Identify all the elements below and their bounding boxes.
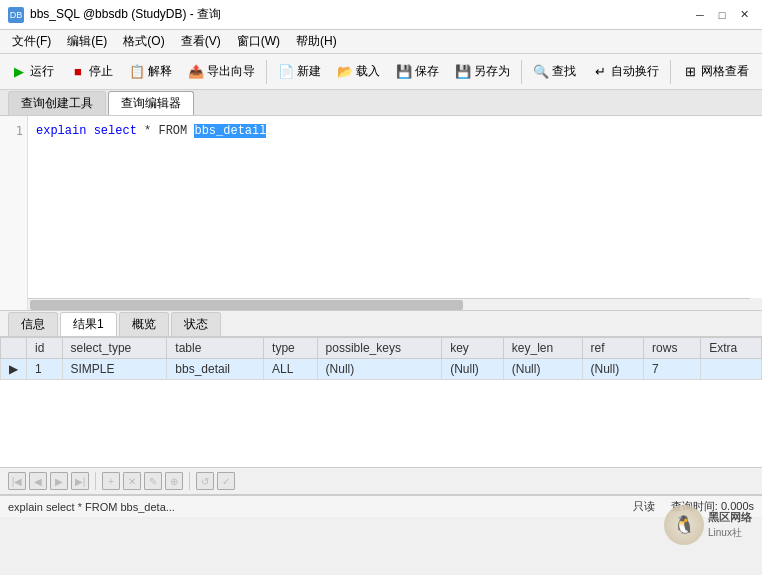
nav-delete-button[interactable]: ✕ — [123, 472, 141, 490]
app-icon: DB — [8, 7, 24, 23]
line-numbers: 1 — [0, 116, 28, 310]
toolbar-separator-1 — [266, 60, 267, 84]
scrollbar-corner — [750, 298, 762, 310]
menu-edit[interactable]: 编辑(E) — [59, 30, 115, 54]
table-row[interactable]: ▶ 1 SIMPLE bbs_detail ALL (Null) (Null) … — [1, 359, 762, 380]
menu-window[interactable]: 窗口(W) — [229, 30, 288, 54]
menubar: 文件(F) 编辑(E) 格式(O) 查看(V) 窗口(W) 帮助(H) — [0, 30, 762, 54]
tab-status[interactable]: 状态 — [171, 312, 221, 336]
new-icon: 📄 — [278, 64, 294, 80]
autowrap-icon: ↵ — [592, 64, 608, 80]
save-button[interactable]: 💾 保存 — [389, 58, 446, 86]
col-indicator — [1, 338, 27, 359]
mode-label: 只读 — [633, 499, 655, 514]
menu-view[interactable]: 查看(V) — [173, 30, 229, 54]
tab-overview[interactable]: 概览 — [119, 312, 169, 336]
find-icon: 🔍 — [533, 64, 549, 80]
nav-prev-button[interactable]: ◀ — [29, 472, 47, 490]
autowrap-button[interactable]: ↵ 自动换行 — [585, 58, 666, 86]
col-key-len[interactable]: key_len — [503, 338, 582, 359]
load-button[interactable]: 📂 载入 — [330, 58, 387, 86]
run-button[interactable]: ▶ 运行 — [4, 58, 61, 86]
saveas-icon: 💾 — [455, 64, 471, 80]
toolbar-separator-3 — [670, 60, 671, 84]
row-indicator: ▶ — [1, 359, 27, 380]
new-button[interactable]: 📄 新建 — [271, 58, 328, 86]
sql-content[interactable]: explain select * FROM bbs_detail — [28, 116, 762, 310]
menu-file[interactable]: 文件(F) — [4, 30, 59, 54]
query-time: 查询时间: 0.000s — [671, 499, 754, 514]
grid-icon: ⊞ — [682, 64, 698, 80]
cell-key: (Null) — [442, 359, 504, 380]
col-rows[interactable]: rows — [644, 338, 701, 359]
nav-separator-1 — [95, 472, 96, 490]
tab-query-builder[interactable]: 查询创建工具 — [8, 91, 106, 115]
cell-id: 1 — [27, 359, 63, 380]
nav-bar: |◀ ◀ ▶ ▶| + ✕ ✎ ⊕ ↺ ✓ — [0, 467, 762, 495]
editor-tabs: 查询创建工具 查询编辑器 — [0, 90, 762, 116]
col-extra[interactable]: Extra — [701, 338, 762, 359]
minimize-button[interactable]: ─ — [690, 6, 710, 24]
cell-extra — [701, 359, 762, 380]
cell-select-type: SIMPLE — [62, 359, 167, 380]
sql-selected-text: bbs_detail — [194, 124, 266, 138]
nav-dupe-button[interactable]: ⊕ — [165, 472, 183, 490]
nav-last-button[interactable]: ▶| — [71, 472, 89, 490]
scrollbar-thumb[interactable] — [30, 300, 463, 310]
load-icon: 📂 — [337, 64, 353, 80]
horizontal-scrollbar[interactable] — [28, 298, 750, 310]
col-id[interactable]: id — [27, 338, 63, 359]
menu-help[interactable]: 帮助(H) — [288, 30, 345, 54]
save-icon: 💾 — [396, 64, 412, 80]
sql-keyword-select: select — [94, 124, 137, 138]
grid-view-button[interactable]: ⊞ 网格查看 — [675, 58, 756, 86]
cell-rows: 7 — [644, 359, 701, 380]
statusbar: explain select * FROM bbs_deta... 只读 查询时… — [0, 495, 762, 517]
col-possible-keys[interactable]: possible_keys — [317, 338, 442, 359]
window-title: bbs_SQL @bbsdb (StudyDB) - 查询 — [30, 6, 221, 23]
export-icon: 📤 — [188, 64, 204, 80]
tab-result1[interactable]: 结果1 — [60, 312, 117, 336]
tab-query-editor[interactable]: 查询编辑器 — [108, 91, 194, 115]
nav-ok-button[interactable]: ✓ — [217, 472, 235, 490]
sql-keyword-explain: explain — [36, 124, 86, 138]
toolbar: ▶ 运行 ■ 停止 📋 解释 📤 导出向导 📄 新建 📂 载入 💾 保存 💾 另… — [0, 54, 762, 90]
stop-icon: ■ — [70, 64, 86, 80]
titlebar: DB bbs_SQL @bbsdb (StudyDB) - 查询 ─ □ ✕ — [0, 0, 762, 30]
export-wizard-button[interactable]: 📤 导出向导 — [181, 58, 262, 86]
saveas-button[interactable]: 💾 另存为 — [448, 58, 517, 86]
col-select-type[interactable]: select_type — [62, 338, 167, 359]
result-tabs: 信息 结果1 概览 状态 — [0, 311, 762, 337]
nav-separator-2 — [189, 472, 190, 490]
results-table: id select_type table type possible_keys … — [0, 337, 762, 380]
close-button[interactable]: ✕ — [734, 6, 754, 24]
nav-first-button[interactable]: |◀ — [8, 472, 26, 490]
toolbar-separator-2 — [521, 60, 522, 84]
nav-next-button[interactable]: ▶ — [50, 472, 68, 490]
nav-edit-button[interactable]: ✎ — [144, 472, 162, 490]
explain-icon: 📋 — [129, 64, 145, 80]
cell-ref: (Null) — [582, 359, 644, 380]
nav-add-button[interactable]: + — [102, 472, 120, 490]
stop-button[interactable]: ■ 停止 — [63, 58, 120, 86]
menu-format[interactable]: 格式(O) — [115, 30, 172, 54]
cell-type: ALL — [264, 359, 318, 380]
explain-button[interactable]: 📋 解释 — [122, 58, 179, 86]
nav-refresh-button[interactable]: ↺ — [196, 472, 214, 490]
col-table[interactable]: table — [167, 338, 264, 359]
col-key[interactable]: key — [442, 338, 504, 359]
run-icon: ▶ — [11, 64, 27, 80]
col-ref[interactable]: ref — [582, 338, 644, 359]
sql-editor[interactable]: 1 explain select * FROM bbs_detail ◀ ▶ — [0, 116, 762, 311]
maximize-button[interactable]: □ — [712, 6, 732, 24]
cell-table: bbs_detail — [167, 359, 264, 380]
results-area: id select_type table type possible_keys … — [0, 337, 762, 467]
cell-key-len: (Null) — [503, 359, 582, 380]
find-button[interactable]: 🔍 查找 — [526, 58, 583, 86]
cell-possible-keys: (Null) — [317, 359, 442, 380]
col-type[interactable]: type — [264, 338, 318, 359]
sql-preview: explain select * FROM bbs_deta... — [8, 501, 175, 513]
tab-info[interactable]: 信息 — [8, 312, 58, 336]
